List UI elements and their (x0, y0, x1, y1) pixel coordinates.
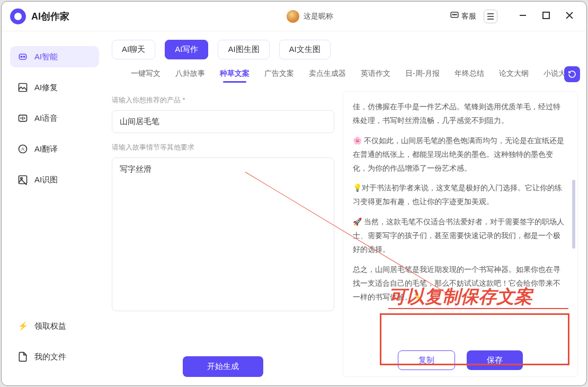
tab-ai-write[interactable]: AI写作 (165, 40, 208, 59)
svg-rect-8 (19, 54, 26, 59)
svg-rect-5 (543, 12, 549, 19)
output-paragraph: 💡对于书法初学者来说，这支笔是极好的入门选择。它让你的练习变得更加有趣，也让你的… (353, 181, 565, 209)
image-repair-icon (17, 82, 28, 93)
subtab-onekey[interactable]: 一键写文 (131, 69, 161, 83)
sidebar-item-label: AI识图 (34, 175, 58, 185)
app-logo-icon (10, 8, 26, 24)
window-controls (519, 12, 574, 21)
product-input[interactable] (112, 110, 334, 133)
output-paragraph: 🌸 不仅如此，山间居毛笔的墨色饱满而均匀，无论是在宣纸还是在普通的纸张上，都能呈… (353, 134, 565, 175)
svg-point-1 (452, 14, 453, 15)
avatar-icon[interactable] (287, 10, 299, 23)
svg-point-10 (23, 56, 25, 58)
redo-fab-button[interactable] (564, 66, 580, 82)
scrollbar-thumb[interactable] (572, 180, 575, 249)
tab-ai-chat[interactable]: AI聊天 (112, 40, 155, 59)
kefu-label: 客服 (461, 12, 476, 21)
main: AI聊天 AI写作 AI图生图 AI文生图 一键写文 八卦故事 种草文案 广告文… (108, 31, 586, 385)
svg-point-19 (21, 178, 22, 179)
output-paragraph: 🚀 当然，这款毛笔不仅适合书法爱好者，对于需要签字的职场人士、需要写字的孩子们，… (353, 215, 565, 257)
tab-ai-txt2img[interactable]: AI文生图 (279, 40, 331, 59)
content-panel: 请输入你想推荐的产品 * 请输入故事情节等其他要求 开始生成 佳，仿佛握在手中是… (112, 91, 578, 377)
svg-point-2 (454, 14, 455, 15)
subtab-english[interactable]: 英语作文 (361, 69, 390, 83)
chat-icon (450, 11, 459, 22)
translate-icon: A (17, 144, 28, 154)
requirement-textarea[interactable] (112, 157, 334, 311)
minimize-button[interactable] (519, 12, 527, 21)
sidebar-item-ai-recognize[interactable]: AI识图 (10, 169, 99, 190)
sidebar-item-label: 我的文件 (34, 352, 66, 362)
sidebar-item-ai-voice[interactable]: AI语音 (10, 108, 99, 129)
close-button[interactable] (565, 12, 574, 21)
sparkle-icon (17, 51, 28, 62)
output-paragraph: 总之，山间居毛笔是我近期发现的一个书写神器。如果你也在寻找一支适合自己的毛笔，那… (353, 263, 565, 304)
svg-point-9 (21, 56, 22, 58)
subtab-gossip[interactable]: 八卦故事 (175, 69, 205, 83)
nickname[interactable]: 这是昵称 (304, 12, 333, 21)
scrollbar-track[interactable] (572, 100, 575, 345)
input-column: 请输入你想推荐的产品 * 请输入故事情节等其他要求 开始生成 (112, 91, 334, 377)
tab-ai-img2img[interactable]: AI图生图 (218, 40, 269, 59)
sidebar-item-label: AI修复 (34, 83, 58, 93)
subtab-thesis[interactable]: 论文大纲 (499, 69, 529, 83)
generate-button[interactable]: 开始生成 (183, 356, 263, 377)
subtab-ad[interactable]: 广告文案 (264, 69, 294, 83)
app-title: AI创作家 (31, 10, 69, 23)
body: AI智能 AI修复 AI语音 A AI翻译 AI识图 ⚡ 领取权益 (2, 31, 586, 385)
sidebar-item-my-files[interactable]: 我的文件 (10, 346, 99, 367)
output-actions: 复制 保存 (353, 343, 568, 370)
svg-text:A: A (21, 146, 24, 152)
secondary-tabs: 一键写文 八卦故事 种草文案 广告文案 卖点生成器 英语作文 日-周-月报 年终… (112, 67, 578, 85)
product-label: 请输入你想推荐的产品 * (112, 95, 334, 105)
subtab-report[interactable]: 日-周-月报 (405, 69, 440, 83)
subtab-grass[interactable]: 种草文案 (220, 69, 250, 83)
output-text[interactable]: 佳，仿佛握在手中是一件艺术品。笔锋则选用优质羊毛，经过特殊处理，书写时丝滑流畅，… (353, 100, 568, 343)
sidebar-item-ai-smart[interactable]: AI智能 (10, 46, 99, 67)
image-scan-icon (17, 174, 28, 185)
copy-button[interactable]: 复制 (398, 350, 455, 370)
save-button[interactable]: 保存 (467, 350, 523, 370)
subtab-year[interactable]: 年终总结 (455, 69, 484, 83)
subtab-selling[interactable]: 卖点生成器 (309, 69, 346, 83)
svg-rect-18 (19, 176, 27, 184)
voice-icon (17, 113, 28, 124)
output-column: 佳，仿佛握在手中是一件艺术品。笔锋则选用优质羊毛，经过特殊处理，书写时丝滑流畅，… (343, 91, 578, 377)
sidebar: AI智能 AI修复 AI语音 A AI翻译 AI识图 ⚡ 领取权益 (2, 31, 108, 385)
sidebar-item-label: AI翻译 (34, 144, 58, 154)
requirement-label: 请输入故事情节等其他要求 (112, 143, 334, 152)
sidebar-item-ai-repair[interactable]: AI修复 (10, 77, 99, 98)
titlebar: AI创作家 这是昵称 客服 (2, 2, 586, 31)
sidebar-item-label: AI智能 (34, 52, 58, 62)
sidebar-item-benefits[interactable]: ⚡ 领取权益 (10, 315, 99, 337)
menu-button[interactable] (484, 10, 497, 23)
customer-service-button[interactable]: 客服 (450, 11, 476, 22)
maximize-button[interactable] (542, 12, 550, 21)
file-icon (17, 351, 28, 362)
sidebar-item-label: 领取权益 (34, 321, 66, 331)
output-paragraph: 佳，仿佛握在手中是一件艺术品。笔锋则选用优质羊毛，经过特殊处理，书写时丝滑流畅，… (353, 100, 565, 128)
primary-tabs: AI聊天 AI写作 AI图生图 AI文生图 (112, 40, 578, 59)
app-window: AI创作家 这是昵称 客服 AI智能 AI修复 (1, 1, 587, 386)
lightning-icon: ⚡ (17, 321, 28, 331)
sidebar-item-ai-translate[interactable]: A AI翻译 (10, 138, 99, 160)
svg-point-3 (456, 14, 457, 15)
sidebar-item-label: AI语音 (34, 113, 58, 124)
